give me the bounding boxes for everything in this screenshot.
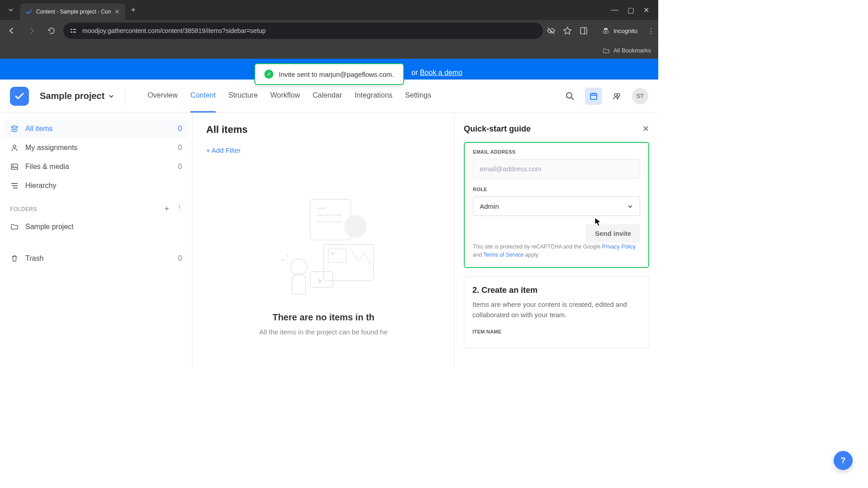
tab-search-button[interactable] xyxy=(4,3,18,17)
check-circle-icon: ✓ xyxy=(264,70,274,79)
svg-point-15 xyxy=(617,94,620,96)
send-invite-button[interactable]: Send invite xyxy=(586,224,640,243)
step2-description: Items are where your content is created,… xyxy=(472,300,641,320)
svg-rect-31 xyxy=(310,272,333,287)
tab-title: Content - Sample project - Con xyxy=(36,9,111,15)
minimize-icon[interactable]: — xyxy=(611,6,618,14)
folders-section-header: FOLDERS + ⋮ xyxy=(4,195,189,217)
recaptcha-disclaimer: This site is protected by reCAPTCHA and … xyxy=(473,243,640,259)
url-text: moodjoy.gathercontent.com/content/385819… xyxy=(82,27,537,34)
sidebar-item-files-media[interactable]: Files & media 0 xyxy=(4,157,189,176)
page-title: All items xyxy=(206,124,441,136)
termsig-link[interactable]: Terms of Service xyxy=(483,252,524,258)
window-controls: — ▢ ✕ xyxy=(611,6,655,14)
toast-message: Invite sent to marjun@pageflows.com. xyxy=(279,70,394,78)
svg-point-30 xyxy=(291,259,307,275)
quick-start-panel: Quick-start guide ✕ EMAIL ADDRESS ROLE A… xyxy=(455,113,658,369)
tab-settings[interactable]: Settings xyxy=(405,80,431,113)
email-label: EMAIL ADDRESS xyxy=(473,149,640,155)
app-logo[interactable] xyxy=(10,87,29,106)
image-icon xyxy=(10,163,19,171)
address-bar[interactable]: moodjoy.gathercontent.com/content/385819… xyxy=(63,23,543,39)
empty-state-subtitle: All the items in the project can be foun… xyxy=(206,328,441,336)
browser-menu-icon[interactable]: ⋮ xyxy=(647,27,655,35)
site-settings-icon[interactable] xyxy=(70,27,77,34)
tab-structure[interactable]: Structure xyxy=(228,80,258,113)
add-filter-button[interactable]: + Add Filter xyxy=(206,146,441,154)
content-area: All items + Add Filter xyxy=(193,113,455,369)
chevron-down-icon xyxy=(627,203,633,210)
trash-icon xyxy=(10,254,19,263)
svg-rect-2 xyxy=(73,29,76,30)
new-tab-button[interactable]: + xyxy=(131,5,136,15)
role-select[interactable]: Admin xyxy=(473,197,640,216)
sidebar-item-my-assignments[interactable]: My assignments 0 xyxy=(4,138,189,157)
success-toast: ✓ Invite sent to marjun@pageflows.com. xyxy=(255,63,404,85)
svg-point-33 xyxy=(282,259,284,261)
banner-or: or xyxy=(411,69,420,76)
add-folder-button[interactable]: + xyxy=(164,204,169,214)
svg-rect-22 xyxy=(310,199,351,240)
incognito-badge[interactable]: Incognito xyxy=(595,24,644,38)
sidebar-folder-sample-project[interactable]: Sample project xyxy=(4,217,189,236)
svg-point-32 xyxy=(287,255,288,257)
project-selector[interactable]: Sample project xyxy=(40,91,114,101)
svg-rect-28 xyxy=(328,249,346,263)
people-button[interactable] xyxy=(609,88,626,105)
browser-toolbar: moodjoy.gathercontent.com/content/385819… xyxy=(0,20,658,42)
svg-point-8 xyxy=(566,93,572,98)
tab-overview[interactable]: Overview xyxy=(147,80,178,113)
search-button[interactable] xyxy=(561,88,579,105)
maximize-icon[interactable]: ▢ xyxy=(627,6,634,14)
item-name-label: ITEM NAME xyxy=(472,329,641,334)
create-item-step-card: 2. Create an item Items are where your c… xyxy=(464,276,649,348)
svg-point-29 xyxy=(331,252,334,255)
empty-illustration-icon xyxy=(265,181,382,299)
stack-icon xyxy=(10,125,19,133)
sidebar-item-all-items[interactable]: All items 0 xyxy=(4,119,189,138)
svg-point-26 xyxy=(344,215,367,238)
svg-point-16 xyxy=(13,145,16,148)
role-label: ROLE xyxy=(473,187,640,192)
svg-point-7 xyxy=(606,31,609,33)
invite-step-card: EMAIL ADDRESS ROLE Admin Send invite Thi… xyxy=(464,142,649,268)
step2-title: 2. Create an item xyxy=(472,286,641,295)
tab-close-icon[interactable]: ✕ xyxy=(114,8,120,15)
incognito-icon xyxy=(602,27,610,35)
sidebar: All items 0 My assignments 0 Files & med… xyxy=(0,113,193,369)
user-avatar[interactable]: ST xyxy=(632,88,648,104)
user-icon xyxy=(10,144,19,152)
bookmarks-bar: All Bookmarks xyxy=(0,42,658,59)
close-window-icon[interactable]: ✕ xyxy=(643,6,649,14)
svg-point-6 xyxy=(603,31,606,33)
empty-state: There are no items in th All the items i… xyxy=(206,181,441,336)
folder-icon xyxy=(603,47,610,54)
svg-rect-4 xyxy=(580,28,587,34)
chevron-down-icon xyxy=(108,93,114,99)
calendar-button[interactable] xyxy=(585,88,602,105)
side-panel-icon[interactable] xyxy=(579,26,588,35)
sidebar-item-trash[interactable]: Trash 0 xyxy=(4,249,189,268)
bookmark-star-icon[interactable] xyxy=(563,26,572,35)
svg-rect-1 xyxy=(71,32,72,33)
book-demo-link[interactable]: Book a demo xyxy=(420,69,462,76)
privacy-policy-link[interactable]: Privacy Policy xyxy=(602,244,636,250)
svg-rect-3 xyxy=(73,32,76,33)
quick-start-title: Quick-start guide xyxy=(464,124,531,134)
svg-point-14 xyxy=(614,94,617,96)
close-panel-button[interactable]: ✕ xyxy=(642,124,649,134)
email-input[interactable] xyxy=(473,159,640,178)
tab-content[interactable]: Content xyxy=(190,80,216,113)
folder-menu-button[interactable]: ⋮ xyxy=(177,204,183,214)
sidebar-item-hierarchy[interactable]: Hierarchy xyxy=(4,176,189,195)
forward-button[interactable] xyxy=(24,23,40,39)
back-button[interactable] xyxy=(4,23,20,39)
eye-off-icon[interactable] xyxy=(547,26,556,35)
all-bookmarks-button[interactable]: All Bookmarks xyxy=(613,47,651,54)
hierarchy-icon xyxy=(10,182,19,190)
svg-rect-10 xyxy=(590,94,597,99)
browser-tab[interactable]: Content - Sample project - Con ✕ xyxy=(20,4,125,20)
svg-rect-0 xyxy=(71,29,72,30)
reload-button[interactable] xyxy=(43,23,60,39)
empty-state-title: There are no items in th xyxy=(206,312,441,323)
